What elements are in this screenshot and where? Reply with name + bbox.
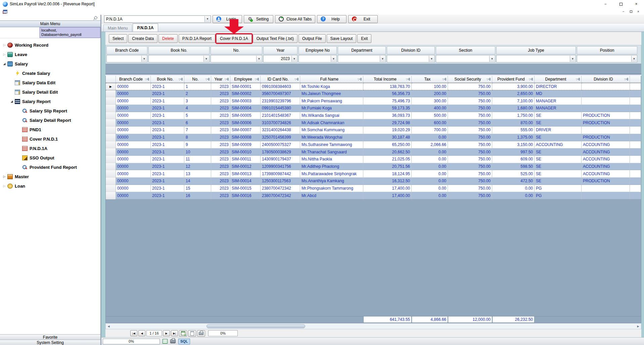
pin-column-icon[interactable] bbox=[297, 78, 298, 81]
pin-column-icon[interactable] bbox=[258, 78, 259, 81]
filter-combo-no[interactable]: ▼ bbox=[211, 55, 262, 62]
cell-division-id[interactable] bbox=[582, 105, 630, 112]
action-button-create-data[interactable]: Create Data bbox=[128, 34, 157, 43]
cell-branch-code[interactable]: 00000 bbox=[116, 192, 151, 199]
cell-social-security[interactable]: 750.00 bbox=[448, 141, 492, 149]
cell-employee[interactable]: SIM-00010 bbox=[230, 148, 261, 156]
cell-tax[interactable]: 400.00 bbox=[412, 105, 448, 112]
cell-no[interactable]: 3 bbox=[184, 97, 211, 105]
cell-department[interactable]: ACCOUNTING bbox=[535, 141, 582, 149]
cell-department[interactable]: MD bbox=[535, 90, 582, 98]
cell-year[interactable]: 2023 bbox=[211, 192, 230, 199]
cell-tax[interactable]: 0.00 bbox=[412, 148, 448, 156]
row-selector[interactable] bbox=[106, 170, 116, 178]
row-selector[interactable] bbox=[106, 163, 116, 170]
sidebar-item-create-salary[interactable]: Create Salary bbox=[0, 68, 100, 78]
cell-branch-code[interactable]: 00000 bbox=[116, 134, 151, 141]
cell-provident-fund[interactable]: 870.00 bbox=[492, 119, 535, 127]
cell-year[interactable]: 2023 bbox=[211, 112, 230, 119]
cell-division-id[interactable]: ACCOUNTING bbox=[582, 141, 630, 149]
tab-p-n-d-1a[interactable]: P.N.D.1A bbox=[133, 23, 158, 32]
cell-tax[interactable]: 700.00 bbox=[412, 127, 448, 134]
sidebar-item-cover-p-n-d-1[interactable]: Cover P.N.D.1 bbox=[0, 134, 100, 144]
cell-year[interactable]: 2023 bbox=[211, 83, 230, 90]
cell-provident-fund[interactable]: 598.50 bbox=[492, 163, 535, 170]
cell-full-name[interactable]: Ms.Ananthiya Kamkang bbox=[300, 178, 363, 185]
pin-column-icon[interactable] bbox=[489, 78, 491, 81]
action-button-output-text-file-txt[interactable]: Output Text File (.txt) bbox=[253, 34, 297, 43]
row-selector[interactable] bbox=[106, 141, 116, 149]
cell-full-name[interactable]: Ms.Nittha Paokla bbox=[300, 156, 363, 163]
cell-branch-code[interactable]: 00000 bbox=[116, 163, 151, 170]
column-header-branch-code[interactable]: Branch Code▽ bbox=[116, 76, 151, 83]
filter-combo-position[interactable]: ▼ bbox=[577, 55, 637, 62]
cell-full-name[interactable]: Ms.Jaiwun Thongmee bbox=[300, 90, 363, 98]
cell-no[interactable]: 5 bbox=[184, 112, 211, 119]
cell-provident-fund[interactable]: 0.00 bbox=[492, 192, 535, 199]
cell-division-id[interactable] bbox=[582, 127, 630, 134]
cell-year[interactable]: 2023 bbox=[211, 127, 230, 134]
cell-no[interactable]: 1 bbox=[184, 83, 211, 90]
cell-id-card-no[interactable]: 2400500075327 bbox=[261, 141, 300, 149]
cell-year[interactable]: 2023 bbox=[211, 141, 230, 149]
append-record-button[interactable] bbox=[179, 330, 187, 337]
cell-no[interactable]: 2 bbox=[184, 90, 211, 98]
cell-year[interactable]: 2023 bbox=[211, 134, 230, 141]
cell-tax[interactable]: 2,066.66 bbox=[412, 141, 448, 149]
expand-arrow-icon[interactable]: ▷ bbox=[3, 53, 6, 56]
column-header-id-card-no[interactable]: ID Card No.▽ bbox=[261, 76, 300, 83]
cell-book-no[interactable]: 2023-1 bbox=[151, 185, 184, 192]
cell-book-no[interactable]: 2023-1 bbox=[151, 83, 184, 90]
cell-no[interactable]: 16 bbox=[184, 192, 211, 199]
cell-no[interactable]: 15 bbox=[184, 185, 211, 192]
cell-division-id[interactable] bbox=[582, 192, 630, 199]
chevron-down-icon[interactable]: ▼ bbox=[489, 56, 495, 62]
cell-id-card-no[interactable]: 0991015445380 bbox=[261, 105, 300, 112]
cell-social-security[interactable]: 750.00 bbox=[448, 163, 492, 170]
sidebar-item-salary-detail-report[interactable]: Salary Detail Report bbox=[0, 115, 100, 125]
cell-id-card-no[interactable]: 3250701456399 bbox=[261, 134, 300, 141]
cell-book-no[interactable]: 2023-1 bbox=[151, 148, 184, 156]
cell-social-security[interactable]: 750.00 bbox=[448, 90, 492, 98]
cell-provident-fund[interactable]: 1,375.00 bbox=[492, 134, 535, 141]
scroll-left-icon[interactable]: ◀ bbox=[106, 324, 111, 329]
cell-provident-fund[interactable]: 7,100.00 bbox=[492, 97, 535, 105]
cell-employee[interactable]: SIM-00004 bbox=[230, 105, 261, 112]
chevron-down-icon[interactable]: ▼ bbox=[141, 56, 147, 62]
cell-branch-code[interactable]: 00000 bbox=[116, 141, 151, 149]
cell-year[interactable]: 2023 bbox=[211, 163, 230, 170]
sidebar-item-master[interactable]: ▷Master bbox=[0, 172, 100, 181]
cell-branch-code[interactable]: 00000 bbox=[116, 119, 151, 127]
cell-tax[interactable]: 500.00 bbox=[412, 112, 448, 119]
cell-division-id[interactable]: ACCOUNTING bbox=[582, 170, 630, 178]
cell-division-id[interactable]: PRODUCTION bbox=[582, 119, 630, 127]
row-selector[interactable] bbox=[106, 97, 116, 105]
sidebar-item-salary[interactable]: ◢Salary bbox=[0, 59, 100, 68]
cell-total-income[interactable]: 138,763.70 bbox=[363, 83, 412, 90]
row-selector[interactable] bbox=[106, 192, 116, 199]
cell-branch-code[interactable]: 00000 bbox=[116, 83, 151, 90]
column-header-no[interactable]: No.▽ bbox=[184, 76, 211, 83]
exit-button[interactable]: Exit bbox=[348, 15, 378, 23]
connection-info[interactable]: localhost, Database=demo_payroll bbox=[40, 27, 100, 38]
cell-total-income[interactable]: 36,093.73 bbox=[363, 112, 412, 119]
tab-main-menu[interactable]: Main Menu bbox=[103, 24, 132, 32]
cell-full-name[interactable]: Ms.Pattarawadee Siriphongrak bbox=[300, 170, 363, 178]
cell-tax[interactable]: 600.00 bbox=[412, 119, 448, 127]
cell-department[interactable]: SE bbox=[535, 178, 582, 185]
column-header-year[interactable]: Year▽ bbox=[211, 76, 230, 83]
cell-book-no[interactable]: 2023-1 bbox=[151, 90, 184, 98]
cell-full-name[interactable]: Mr.Somchai Kummuang bbox=[300, 127, 363, 134]
cell-year[interactable]: 2023 bbox=[211, 90, 230, 98]
pin-column-icon[interactable] bbox=[181, 78, 183, 81]
cell-year[interactable]: 2023 bbox=[211, 185, 230, 192]
cell-full-name[interactable]: Mr.Toshiki Koga bbox=[300, 83, 363, 90]
cell-tax[interactable]: 0.00 bbox=[412, 192, 448, 199]
action-button-delete[interactable]: Delete bbox=[158, 34, 178, 43]
cell-total-income[interactable]: 17,400.00 bbox=[363, 192, 412, 199]
cell-full-name[interactable]: Mr.Weerada Wongchai bbox=[300, 134, 363, 141]
chevron-down-icon[interactable]: ▼ bbox=[570, 56, 575, 62]
expand-arrow-icon[interactable]: ◢ bbox=[3, 62, 6, 65]
cell-year[interactable]: 2023 bbox=[211, 170, 230, 178]
cell-branch-code[interactable]: 00000 bbox=[116, 156, 151, 163]
